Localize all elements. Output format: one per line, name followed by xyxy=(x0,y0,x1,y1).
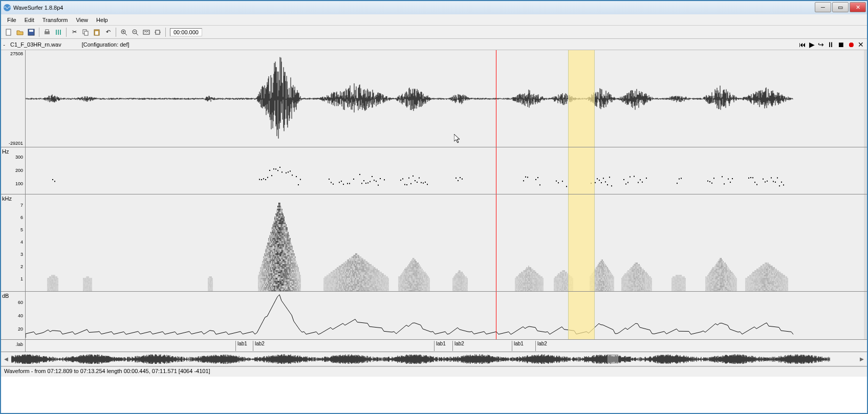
save-button[interactable] xyxy=(26,27,36,37)
svg-rect-4602 xyxy=(602,263,603,264)
pause-button[interactable]: ⏸ xyxy=(826,40,835,49)
label-marker[interactable]: lab1 xyxy=(434,341,446,351)
overview-thumb[interactable] xyxy=(607,355,618,363)
svg-rect-4579 xyxy=(601,264,602,266)
scrollbar[interactable] xyxy=(864,147,867,194)
svg-rect-1190 xyxy=(279,239,280,241)
label-marker[interactable]: lab2 xyxy=(535,341,547,351)
minimize-button[interactable]: ─ xyxy=(815,2,831,12)
zoom-in-button[interactable] xyxy=(119,27,129,37)
scrollbar[interactable] xyxy=(864,194,867,291)
menu-view[interactable]: View xyxy=(72,16,92,24)
svg-rect-672 xyxy=(269,289,270,290)
zoom-full-button[interactable] xyxy=(141,27,151,37)
svg-rect-5280 xyxy=(676,290,677,291)
copy-button[interactable] xyxy=(80,27,91,37)
svg-rect-603 xyxy=(267,289,268,290)
svg-rect-4580 xyxy=(601,263,602,264)
svg-rect-351 xyxy=(91,282,92,284)
zoom-sel-button[interactable] xyxy=(153,27,163,37)
pitch-canvas[interactable] xyxy=(26,147,864,194)
record-button[interactable]: ⏺ xyxy=(847,40,856,49)
svg-rect-6137 xyxy=(762,279,763,281)
svg-rect-5317 xyxy=(679,289,680,290)
collapse-toggle[interactable]: - xyxy=(1,41,7,48)
svg-rect-1524 xyxy=(287,287,288,289)
close-pane-button[interactable]: ✕ xyxy=(857,40,865,49)
menu-transform[interactable]: Transform xyxy=(38,16,72,24)
mixer-button[interactable] xyxy=(53,27,63,37)
svg-rect-6295 xyxy=(770,275,771,276)
svg-rect-3846 xyxy=(522,284,523,286)
play-loop-button[interactable]: ↪ xyxy=(817,40,825,49)
svg-rect-912 xyxy=(274,247,275,249)
svg-rect-3352 xyxy=(416,287,417,289)
spectrogram-pane[interactable]: kHz 7 6 5 4 3 2 1 xyxy=(1,194,867,292)
svg-rect-4119 xyxy=(540,282,541,284)
svg-rect-3933 xyxy=(527,269,528,270)
waveform-pane[interactable]: 27508 -29201 xyxy=(1,50,867,147)
selection-region[interactable] xyxy=(568,50,595,147)
svg-rect-1493 xyxy=(286,266,287,267)
label-marker[interactable]: lab1 xyxy=(512,341,524,351)
stop-button[interactable]: ⏹ xyxy=(836,40,845,49)
svg-rect-3425 xyxy=(419,269,420,270)
undo-button[interactable]: ↶ xyxy=(103,27,113,37)
selection-region[interactable] xyxy=(568,194,595,291)
svg-rect-4503 xyxy=(598,289,599,290)
scroll-left-button[interactable]: ◄ xyxy=(1,355,11,363)
overview-canvas[interactable] xyxy=(11,354,857,364)
svg-rect-2977 xyxy=(382,286,383,287)
paste-button[interactable] xyxy=(92,27,102,37)
overview-pane[interactable]: ◄ ► xyxy=(1,352,867,366)
svg-rect-2736 xyxy=(367,290,368,291)
svg-rect-4213 xyxy=(559,275,560,276)
svg-rect-5285 xyxy=(676,282,677,284)
svg-rect-4575 xyxy=(601,270,602,272)
label-marker[interactable]: lab1 xyxy=(235,341,247,351)
svg-rect-2268 xyxy=(347,287,348,289)
menu-edit[interactable]: Edit xyxy=(20,16,38,24)
svg-rect-6243 xyxy=(767,264,768,266)
svg-rect-773 xyxy=(271,253,272,255)
selection-region[interactable] xyxy=(568,292,595,339)
svg-rect-4769 xyxy=(612,275,613,276)
new-button[interactable] xyxy=(4,27,14,37)
svg-rect-5127 xyxy=(643,281,644,282)
scroll-right-button[interactable]: ► xyxy=(857,355,867,363)
maximize-button[interactable]: ▭ xyxy=(832,2,849,12)
open-button[interactable] xyxy=(15,27,25,37)
selection-region[interactable] xyxy=(568,147,595,194)
svg-rect-4131 xyxy=(541,281,542,282)
menu-file[interactable]: File xyxy=(3,16,20,24)
spectrogram-canvas[interactable] xyxy=(26,194,864,291)
svg-rect-173 xyxy=(50,289,51,290)
pitch-pane[interactable]: Hz 300 200 100 xyxy=(1,147,867,194)
power-pane[interactable]: dB 60 40 20 xyxy=(1,292,867,340)
skip-start-button[interactable]: ⏮ xyxy=(798,40,807,49)
zoom-out-button[interactable] xyxy=(130,27,140,37)
cut-button[interactable]: ✂ xyxy=(69,27,79,37)
svg-rect-3132 xyxy=(404,290,405,291)
print-button[interactable] xyxy=(42,27,52,37)
svg-rect-1663 xyxy=(290,259,291,261)
svg-rect-6191 xyxy=(765,282,766,284)
svg-rect-3348 xyxy=(415,259,416,261)
svg-rect-4280 xyxy=(564,281,565,282)
svg-rect-2304 xyxy=(348,266,349,267)
play-button[interactable]: ▶ xyxy=(808,40,816,49)
svg-rect-5034 xyxy=(638,287,639,289)
scrollbar[interactable] xyxy=(864,292,867,339)
label-marker[interactable]: lab2 xyxy=(253,341,265,351)
label-pane[interactable]: .lab lab1lab2lab1lab2lab1lab2 xyxy=(1,340,867,352)
close-button[interactable]: ✕ xyxy=(850,2,866,12)
svg-rect-896 xyxy=(274,272,275,273)
power-canvas[interactable] xyxy=(26,292,864,339)
scrollbar[interactable] xyxy=(864,50,867,147)
svg-rect-3228 xyxy=(409,276,410,278)
svg-rect-6438 xyxy=(779,287,780,289)
menu-help[interactable]: Help xyxy=(92,16,112,24)
waveform-canvas[interactable] xyxy=(26,50,864,147)
svg-rect-4730 xyxy=(609,270,610,272)
label-marker[interactable]: lab2 xyxy=(452,341,464,351)
